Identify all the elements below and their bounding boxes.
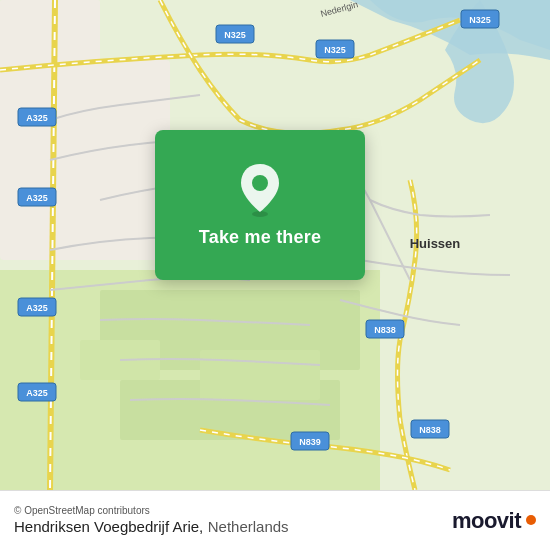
take-me-there-card[interactable]: Take me there bbox=[155, 130, 365, 280]
svg-text:A325: A325 bbox=[26, 388, 48, 398]
cta-button-label: Take me there bbox=[199, 227, 321, 248]
copyright-text: © OpenStreetMap contributors bbox=[14, 505, 289, 516]
svg-text:N325: N325 bbox=[469, 15, 491, 25]
moovit-wordmark: moovit bbox=[452, 508, 521, 534]
location-country: Netherlands bbox=[208, 518, 289, 535]
location-info: Hendriksen Voegbedrijf Arie, Netherlands bbox=[14, 518, 289, 536]
svg-text:Huissen: Huissen bbox=[410, 236, 461, 251]
moovit-logo: moovit bbox=[452, 508, 536, 534]
location-pin-icon bbox=[237, 162, 283, 217]
svg-rect-5 bbox=[200, 350, 320, 400]
map-container: A325 A325 A325 A325 N325 N325 N325 N838 … bbox=[0, 0, 550, 490]
svg-text:N838: N838 bbox=[419, 425, 441, 435]
svg-text:N325: N325 bbox=[224, 30, 246, 40]
moovit-dot bbox=[526, 515, 536, 525]
svg-text:N839: N839 bbox=[299, 437, 321, 447]
svg-text:A325: A325 bbox=[26, 113, 48, 123]
svg-text:A325: A325 bbox=[26, 193, 48, 203]
svg-text:N838: N838 bbox=[374, 325, 396, 335]
footer-info: © OpenStreetMap contributors Hendriksen … bbox=[14, 505, 289, 536]
svg-text:N325: N325 bbox=[324, 45, 346, 55]
svg-point-31 bbox=[252, 175, 268, 191]
svg-text:A325: A325 bbox=[26, 303, 48, 313]
footer-bar: © OpenStreetMap contributors Hendriksen … bbox=[0, 490, 550, 550]
location-name: Hendriksen Voegbedrijf Arie, bbox=[14, 518, 203, 535]
svg-rect-6 bbox=[0, 60, 170, 260]
